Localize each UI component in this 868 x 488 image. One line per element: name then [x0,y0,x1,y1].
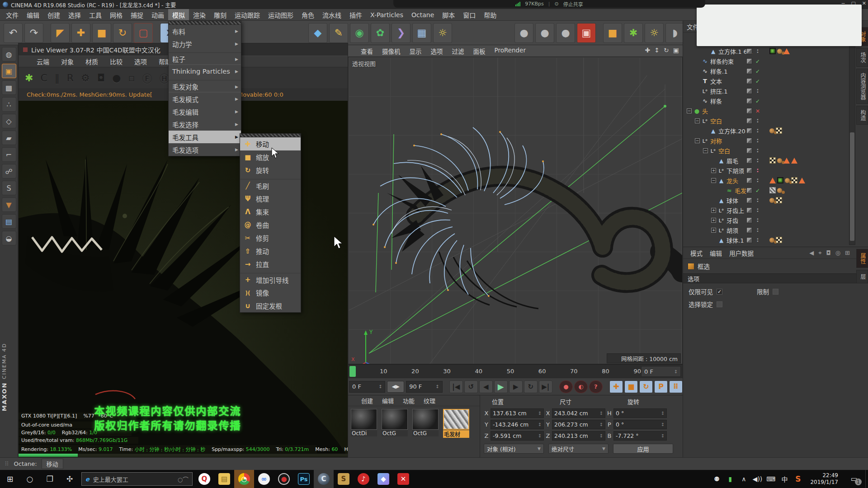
object-tree-row[interactable]: 样条约束 [683,56,848,66]
prev-key-button[interactable]: ↺ [464,380,478,393]
object-name[interactable]: 对称 [710,136,722,145]
checker-tag-icon[interactable] [776,197,782,203]
menu-bar-item[interactable]: X-Particles [366,9,407,20]
object-tree-row[interactable]: − 龙头 [683,175,848,185]
options-section-header[interactable]: 选项 [683,273,868,283]
editable-state-icon[interactable] [746,197,752,203]
rot-value-field[interactable]: 0 °↕ [613,420,667,429]
enabled-state-icon[interactable] [755,58,760,65]
tri-tag-icon[interactable] [783,158,790,164]
enabled-state-icon[interactable] [755,147,760,154]
enabled-state-icon[interactable] [755,108,760,114]
layers-icon[interactable]: ▤ [2,214,16,229]
redo-icon[interactable]: ↷ [24,23,43,43]
object-name[interactable]: 样条 [710,97,722,105]
octane-logo-icon[interactable]: ✱ [624,23,643,43]
size-value-field[interactable]: 206.273 cm↕ [552,420,605,429]
key-rotation-toggle[interactable]: ↻ [639,380,653,393]
object-tree-row[interactable]: 立方体.20 [683,126,848,136]
object-tree-row[interactable]: − 对称 [683,136,848,145]
taskbar-search-box[interactable]: e 史上最大罢工 ○⌒ [81,472,193,486]
editable-state-icon[interactable] [746,108,752,114]
render-picture-viewer-icon[interactable]: ● [556,23,575,43]
picker-region-icon[interactable]: ▫ [128,72,135,84]
edges-mode-icon[interactable]: ◇ [2,114,16,128]
octane-sun-icon[interactable]: ☼ [645,23,664,43]
paint-bucket-icon[interactable]: ▼ [2,197,16,212]
material-thumbnail[interactable] [412,409,439,430]
play-button[interactable]: ▶ [494,380,508,393]
octane-tag-icon[interactable] [777,177,783,183]
enabled-state-icon[interactable] [755,88,760,94]
editable-state-icon[interactable] [746,207,752,213]
photos-icon[interactable]: ◆ [373,470,393,488]
menu-bar-item[interactable]: 选择 [64,9,85,20]
phong-tag-icon[interactable] [777,49,782,54]
object-tree-row[interactable]: 样条.1 [683,66,848,76]
points-mode-icon[interactable]: ∴ [2,97,16,112]
hair-tool-menu-item[interactable]: 缩放 [240,150,301,164]
editable-state-icon[interactable] [746,128,752,134]
object-tree-row[interactable]: + 下胡须 [683,165,848,175]
menu-bar-item[interactable]: Octane [407,9,438,20]
meeting-app-icon[interactable]: ∞ [254,470,274,488]
phong-tag-icon[interactable] [769,128,774,133]
current-frame-spinner[interactable]: 0 F ↕ [641,366,681,377]
live-selection-icon[interactable]: ◤ [51,23,70,43]
key-scale-toggle[interactable]: ■ [624,380,638,393]
object-name[interactable]: 毛发 [735,186,746,195]
size-value-field[interactable]: 243.042 cm↕ [552,408,605,418]
expand-toggle-icon[interactable]: + [711,218,716,223]
material-item[interactable]: 毛发材 [443,409,471,438]
material-item[interactable]: OctDi [351,409,379,438]
object-name[interactable]: 球体 [726,196,738,205]
render-region-icon[interactable]: ● [535,23,554,43]
object-name[interactable]: 龙头 [726,176,738,185]
phong-tag-icon[interactable] [785,178,790,183]
object-tree-row[interactable]: 文本 [683,76,848,86]
qq-icon[interactable]: Q [194,470,214,488]
editable-state-icon[interactable] [746,58,752,64]
editable-state-icon[interactable] [746,188,752,193]
object-name[interactable]: 样条约束 [710,57,734,66]
phong-tag-icon[interactable] [769,198,774,203]
simulate-menu-item[interactable]: 毛发选项 ▶ [169,143,241,156]
object-tree-row[interactable]: + 胡须 [683,225,848,235]
search-icon[interactable]: ⌖ [818,249,821,257]
expand-toggle-icon[interactable]: + [711,168,716,173]
menu-tearoff-strip[interactable] [240,134,301,137]
last-tool-icon[interactable]: ▢ [134,23,153,43]
expand-toggle-icon[interactable]: + [711,228,716,233]
usb-tray-icon[interactable]: ▮ [723,470,737,488]
maximize-view-icon[interactable]: ▣ [673,47,679,54]
pan-view-icon[interactable]: ✚ [645,47,651,54]
enabled-state-icon[interactable] [755,48,760,55]
rotate-view-icon[interactable]: ↻ [664,47,669,54]
viewport-menu-item[interactable]: 选项 [426,47,448,56]
apply-button[interactable]: 应用 [613,444,673,454]
viewport-menu-item[interactable]: 显示 [405,47,426,56]
editable-state-icon[interactable] [746,158,752,164]
refresh-icon[interactable]: C [40,72,47,84]
octane-tag-icon[interactable] [769,48,776,54]
range-end-field[interactable]: 90 F↕ [406,381,442,393]
pinwheel-icon[interactable]: ✣ [60,470,80,488]
octane-sphere-icon[interactable]: ◗ [665,23,684,43]
hair-tool-menu-item[interactable]: 毛刷 [240,179,301,192]
menu-bar-item[interactable]: 模拟 [168,9,189,20]
menu-bar-item[interactable]: 编辑 [23,9,43,20]
enabled-state-icon[interactable] [755,227,760,234]
enabled-state-icon[interactable] [755,117,760,124]
editable-state-icon[interactable] [746,138,752,144]
checker-tag-icon[interactable] [776,237,782,243]
axis-mode-icon[interactable]: ⌐ [2,147,16,162]
lock-resolution-icon[interactable]: ◘ [97,72,105,84]
goto-end-button[interactable]: ▶| [539,380,552,393]
material-thumbnail[interactable] [443,409,469,430]
attribute-menu-item[interactable]: 编辑 [706,249,726,258]
netease-music-icon[interactable]: ♪ [354,470,373,488]
cortana-icon[interactable]: ○ [20,470,40,488]
object-tree-row[interactable]: 样条 [683,96,848,106]
hair-tool-menu-item[interactable]: 修剪 [240,231,301,244]
hair-tool-menu-item[interactable]: 增加引导线 [240,273,301,286]
